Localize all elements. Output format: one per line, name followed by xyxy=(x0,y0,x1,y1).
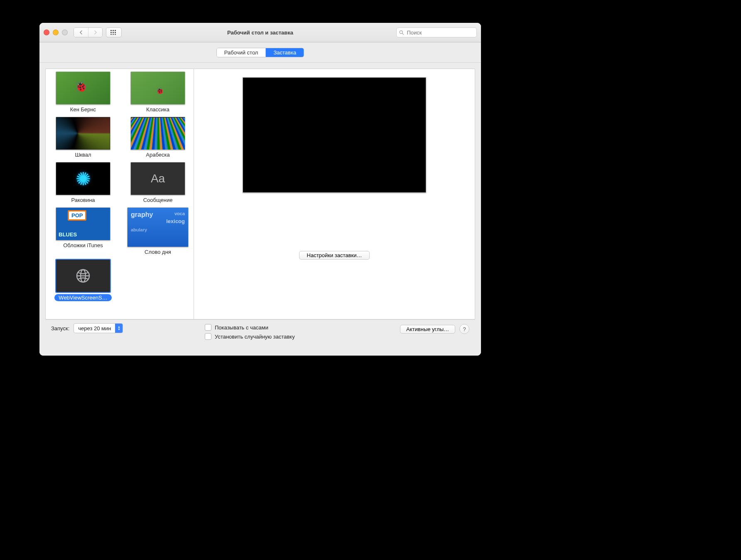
saver-item[interactable]: Шквал xyxy=(52,117,115,158)
checkbox-label: Установить случайную заставку xyxy=(215,334,295,340)
checkbox-column: Показывать с часами Установить случайную… xyxy=(205,324,396,340)
tab-desktop[interactable]: Рабочий стол xyxy=(217,48,266,57)
saver-thumb xyxy=(56,259,110,292)
saver-thumb xyxy=(130,117,185,150)
saver-thumb: Aa xyxy=(130,162,185,195)
svg-rect-5 xyxy=(115,32,116,33)
saver-label: Шквал xyxy=(75,152,91,158)
saver-item[interactable]: Обложки iTunes xyxy=(52,207,115,255)
svg-rect-4 xyxy=(113,32,114,33)
saver-label: Классика xyxy=(146,106,169,113)
saver-item[interactable]: Aa Сообщение xyxy=(126,162,189,203)
start-after-select[interactable]: через 20 мин ▲▼ xyxy=(74,323,123,333)
start-after-row: Запуск: через 20 мин ▲▼ xyxy=(51,323,201,333)
show-all-button[interactable] xyxy=(106,27,122,37)
saver-thumb xyxy=(56,162,110,195)
svg-rect-6 xyxy=(110,34,112,35)
saver-item[interactable]: graphy voca lexicog abulary Слово дня xyxy=(126,207,189,255)
tabs-row: Рабочий стол Заставка xyxy=(39,42,481,63)
help-button[interactable]: ? xyxy=(459,324,469,334)
saver-label: Кен Бернс xyxy=(70,106,96,113)
saver-item[interactable]: Раковина xyxy=(52,162,115,203)
svg-rect-7 xyxy=(113,34,114,35)
tabs: Рабочий стол Заставка xyxy=(216,48,304,57)
checkbox-box xyxy=(205,333,211,340)
screensaver-list[interactable]: Кен Бернс Классика Шквал Арабеска xyxy=(46,69,194,319)
right-options: Активные углы… ? xyxy=(400,324,469,334)
saver-label: WebViewScreenS… xyxy=(54,294,111,301)
saver-item[interactable]: Арабеска xyxy=(126,117,189,158)
minimize-icon[interactable] xyxy=(53,29,59,35)
saver-thumb xyxy=(56,207,110,241)
saver-thumb xyxy=(56,71,110,105)
forward-button[interactable] xyxy=(88,28,102,37)
saver-label: Обложки iTunes xyxy=(63,242,103,248)
saver-thumb: graphy voca lexicog abulary xyxy=(127,207,189,247)
svg-line-10 xyxy=(402,33,403,34)
svg-rect-1 xyxy=(113,30,114,31)
inner: Кен Бернс Классика Шквал Арабеска xyxy=(39,63,481,356)
checkbox-box xyxy=(205,324,211,331)
start-after-value: через 20 мин xyxy=(74,325,115,332)
globe-icon xyxy=(75,268,91,284)
saver-item[interactable]: Кен Бернс xyxy=(52,71,115,113)
screensaver-preview xyxy=(243,77,426,193)
saver-label: Слово дня xyxy=(145,249,171,255)
start-label: Запуск: xyxy=(51,325,69,332)
random-checkbox[interactable]: Установить случайную заставку xyxy=(205,333,396,340)
svg-rect-8 xyxy=(115,34,116,35)
svg-rect-3 xyxy=(110,32,112,33)
preview-pane: Настройки заставки… xyxy=(194,69,475,319)
search-icon xyxy=(399,30,404,35)
search-input[interactable] xyxy=(406,29,474,36)
saver-thumb xyxy=(130,71,185,105)
saver-label: Раковина xyxy=(71,197,95,203)
nav-back-forward xyxy=(74,27,103,37)
bottom-bar: Запуск: через 20 мин ▲▼ Показывать с час… xyxy=(45,319,475,356)
checkbox-label: Показывать с часами xyxy=(215,324,268,331)
chevron-up-down-icon: ▲▼ xyxy=(115,324,123,333)
tab-screensaver[interactable]: Заставка xyxy=(265,48,304,57)
saver-label: Сообщение xyxy=(143,197,173,203)
zoom-icon xyxy=(62,29,68,35)
panels: Кен Бернс Классика Шквал Арабеска xyxy=(45,69,475,319)
saver-label: Арабеска xyxy=(146,152,169,158)
show-clock-checkbox[interactable]: Показывать с часами xyxy=(205,324,396,331)
toolbar: Рабочий стол и заставка xyxy=(39,23,481,42)
close-icon[interactable] xyxy=(44,29,49,35)
traffic-lights xyxy=(44,29,68,35)
hot-corners-button[interactable]: Активные углы… xyxy=(400,325,455,334)
back-button[interactable] xyxy=(74,28,88,37)
svg-rect-0 xyxy=(110,30,112,31)
saver-item[interactable]: Классика xyxy=(126,71,189,113)
search-field[interactable] xyxy=(396,27,477,37)
saver-thumb xyxy=(56,117,110,150)
screensaver-options-button[interactable]: Настройки заставки… xyxy=(299,251,370,260)
prefs-window: Рабочий стол и заставка Рабочий стол Зас… xyxy=(39,23,481,356)
saver-item-selected[interactable]: WebViewScreenS… xyxy=(52,259,115,301)
svg-rect-2 xyxy=(115,30,116,31)
